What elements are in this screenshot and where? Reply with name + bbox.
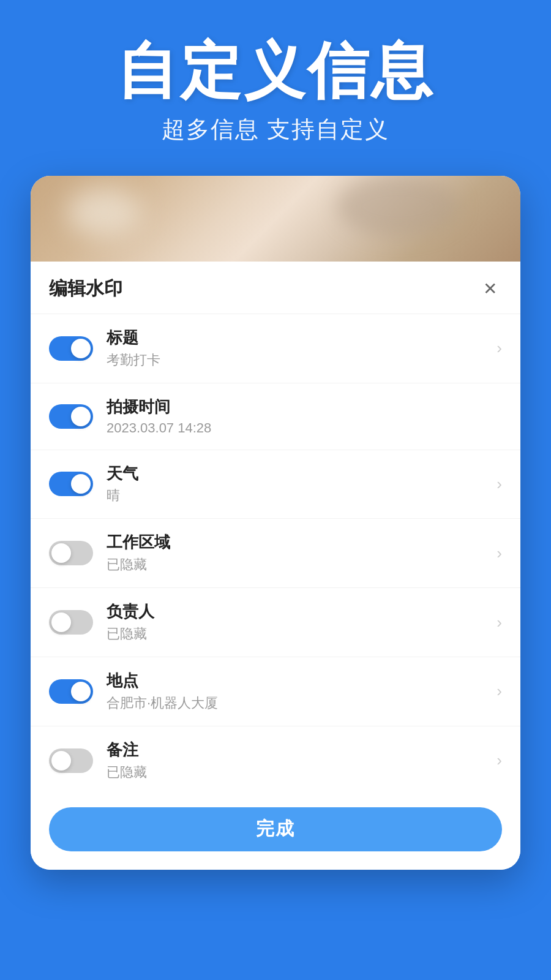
list-item-notes[interactable]: 备注 已隐藏 ›	[31, 726, 520, 795]
phone-card: 编辑水印 ✕ 标题 考勤打卡 › 拍摄时间	[31, 176, 520, 870]
header-section: 自定义信息 超多信息 支持自定义	[0, 0, 551, 164]
list-item-capture-time[interactable]: 拍摄时间 2023.03.07 14:28	[31, 383, 520, 450]
item-text-responsible: 负责人 已隐藏	[107, 601, 490, 643]
edit-watermark-title: 编辑水印	[49, 276, 122, 301]
done-button[interactable]: 完成	[49, 807, 502, 851]
toggle-weather[interactable]	[49, 472, 93, 496]
list-item-title[interactable]: 标题 考勤打卡 ›	[31, 314, 520, 383]
toggle-location-wrapper	[49, 679, 93, 704]
toggle-capture-time-wrapper	[49, 404, 93, 429]
done-button-label: 完成	[256, 816, 295, 842]
main-title: 自定义信息	[24, 37, 527, 104]
item-text-work-area: 工作区域 已隐藏	[107, 532, 490, 574]
toggle-weather-wrapper	[49, 472, 93, 496]
item-text-capture-time: 拍摄时间 2023.03.07 14:28	[107, 397, 502, 436]
item-value-notes: 已隐藏	[107, 763, 490, 782]
item-value-responsible: 已隐藏	[107, 625, 490, 643]
item-label-capture-time: 拍摄时间	[107, 397, 502, 418]
item-label-work-area: 工作区域	[107, 532, 490, 553]
toggle-location-knob	[71, 682, 91, 701]
toggle-work-area[interactable]	[49, 541, 93, 565]
toggle-responsible-knob	[51, 612, 71, 632]
list-item-location[interactable]: 地点 合肥市·机器人大厦 ›	[31, 657, 520, 726]
item-text-location: 地点 合肥市·机器人大厦	[107, 671, 490, 712]
photo-banner	[31, 176, 520, 262]
toggle-weather-knob	[71, 474, 91, 494]
edit-header: 编辑水印 ✕	[31, 262, 520, 314]
toggle-capture-time-knob	[71, 407, 91, 426]
toggle-location[interactable]	[49, 679, 93, 704]
item-label-responsible: 负责人	[107, 601, 490, 622]
item-text-title: 标题 考勤打卡	[107, 328, 490, 369]
item-value-title: 考勤打卡	[107, 351, 490, 369]
item-label-notes: 备注	[107, 740, 490, 761]
chevron-icon-location: ›	[497, 682, 502, 701]
toggle-notes[interactable]	[49, 748, 93, 773]
close-icon: ✕	[483, 281, 497, 298]
chevron-icon-notes: ›	[497, 751, 502, 770]
item-text-weather: 天气 晴	[107, 464, 490, 505]
toggle-title-wrapper	[49, 336, 93, 361]
toggle-notes-knob	[51, 751, 71, 771]
watermark-settings-list: 标题 考勤打卡 › 拍摄时间 2023.03.07 14:28	[31, 314, 520, 795]
item-text-notes: 备注 已隐藏	[107, 740, 490, 782]
toggle-notes-wrapper	[49, 748, 93, 773]
item-label-title: 标题	[107, 328, 490, 349]
list-item-work-area[interactable]: 工作区域 已隐藏 ›	[31, 519, 520, 588]
toggle-work-area-knob	[51, 543, 71, 563]
done-button-wrapper: 完成	[31, 795, 520, 870]
toggle-capture-time[interactable]	[49, 404, 93, 429]
sub-title: 超多信息 支持自定义	[24, 114, 527, 145]
toggle-responsible-wrapper	[49, 610, 93, 635]
item-value-weather: 晴	[107, 486, 490, 505]
toggle-work-area-wrapper	[49, 541, 93, 565]
item-value-location: 合肥市·机器人大厦	[107, 694, 490, 712]
chevron-icon-title: ›	[497, 339, 502, 358]
toggle-title[interactable]	[49, 336, 93, 361]
toggle-title-knob	[71, 339, 91, 358]
list-item-responsible[interactable]: 负责人 已隐藏 ›	[31, 588, 520, 657]
chevron-icon-work-area: ›	[497, 544, 502, 563]
chevron-icon-responsible: ›	[497, 613, 502, 632]
list-item-weather[interactable]: 天气 晴 ›	[31, 450, 520, 519]
toggle-responsible[interactable]	[49, 610, 93, 635]
item-label-location: 地点	[107, 671, 490, 692]
item-value-work-area: 已隐藏	[107, 556, 490, 574]
chevron-icon-weather: ›	[497, 475, 502, 494]
close-button[interactable]: ✕	[478, 277, 502, 301]
item-label-weather: 天气	[107, 464, 490, 484]
item-value-capture-time: 2023.03.07 14:28	[107, 420, 502, 436]
